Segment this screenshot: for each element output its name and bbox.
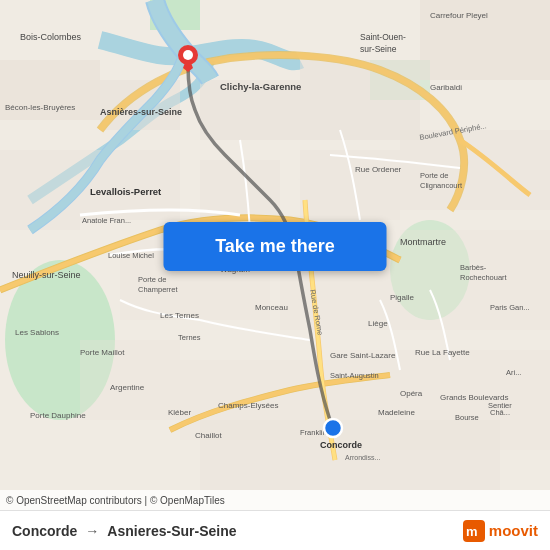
svg-text:Pigalle: Pigalle xyxy=(390,293,415,302)
svg-text:Louise Michel: Louise Michel xyxy=(108,251,154,260)
svg-point-72 xyxy=(183,50,193,60)
svg-text:Montmartre: Montmartre xyxy=(400,237,446,247)
svg-text:Porte Maillot: Porte Maillot xyxy=(80,348,125,357)
svg-text:Kléber: Kléber xyxy=(168,408,191,417)
svg-text:Garibaldi: Garibaldi xyxy=(430,83,462,92)
svg-text:Rochechouart: Rochechouart xyxy=(460,273,508,282)
svg-text:Bécon-les-Bruyères: Bécon-les-Bruyères xyxy=(5,103,75,112)
moovit-text: moovit xyxy=(489,522,538,539)
svg-text:Paris Gan...: Paris Gan... xyxy=(490,303,530,312)
svg-text:sur-Seine: sur-Seine xyxy=(360,44,397,54)
svg-text:Saint-Ouen-: Saint-Ouen- xyxy=(360,32,406,42)
route-arrow-icon: → xyxy=(85,523,99,539)
svg-text:Ari...: Ari... xyxy=(506,368,521,377)
svg-text:Champerret: Champerret xyxy=(138,285,179,294)
moovit-logo-icon: m xyxy=(463,520,485,542)
svg-text:m: m xyxy=(466,524,478,539)
svg-text:Châ...: Châ... xyxy=(490,408,510,417)
bottom-bar: Concorde → Asnieres-Sur-Seine m moovit xyxy=(0,510,550,550)
svg-text:Bois-Colombes: Bois-Colombes xyxy=(20,32,82,42)
moovit-logo: m moovit xyxy=(463,520,538,542)
svg-text:Argentine: Argentine xyxy=(110,383,145,392)
svg-text:Asnières-sur-Seine: Asnières-sur-Seine xyxy=(100,107,182,117)
svg-point-73 xyxy=(324,419,342,437)
svg-text:Neuilly-sur-Seine: Neuilly-sur-Seine xyxy=(12,270,81,280)
svg-text:Porte Dauphine: Porte Dauphine xyxy=(30,411,86,420)
svg-text:Rue Ordener: Rue Ordener xyxy=(355,165,402,174)
svg-text:Arrondiss...: Arrondiss... xyxy=(345,454,380,461)
svg-text:Champs-Elysées: Champs-Elysées xyxy=(218,401,278,410)
svg-text:Bourse: Bourse xyxy=(455,413,479,422)
svg-text:Les Sablons: Les Sablons xyxy=(15,328,59,337)
svg-text:Madeleine: Madeleine xyxy=(378,408,415,417)
svg-text:Opéra: Opéra xyxy=(400,389,423,398)
take-me-there-button[interactable]: Take me there xyxy=(164,222,387,271)
attribution-text: © OpenStreetMap contributors | © OpenMap… xyxy=(6,495,225,506)
svg-rect-14 xyxy=(400,130,550,210)
svg-text:Liège: Liège xyxy=(368,319,388,328)
svg-text:Carrefour Pleyel: Carrefour Pleyel xyxy=(430,11,488,20)
svg-text:Rue La Fayette: Rue La Fayette xyxy=(415,348,470,357)
svg-text:Clichy-la-Garenne: Clichy-la-Garenne xyxy=(220,81,301,92)
svg-text:Les Ternes: Les Ternes xyxy=(160,311,199,320)
svg-text:Anatole Fran...: Anatole Fran... xyxy=(82,216,131,225)
map-container: Bois-Colombes Bécon-les-Bruyères Asnière… xyxy=(0,0,550,490)
svg-text:Chaillot: Chaillot xyxy=(195,431,222,440)
svg-text:Gare Saint-Lazare: Gare Saint-Lazare xyxy=(330,351,396,360)
svg-text:Monceau: Monceau xyxy=(255,303,288,312)
svg-text:Barbès-: Barbès- xyxy=(460,263,487,272)
svg-text:Concorde: Concorde xyxy=(320,440,362,450)
svg-text:Levallois-Perret: Levallois-Perret xyxy=(90,186,162,197)
svg-text:Clignancourt: Clignancourt xyxy=(420,181,463,190)
map-attribution: © OpenStreetMap contributors | © OpenMap… xyxy=(0,490,550,510)
svg-text:Porte de: Porte de xyxy=(420,171,448,180)
route-destination: Asnieres-Sur-Seine xyxy=(107,523,236,539)
svg-text:Porte de: Porte de xyxy=(138,275,166,284)
svg-rect-8 xyxy=(300,60,420,140)
route-origin: Concorde xyxy=(12,523,77,539)
svg-text:Saint-Augustin: Saint-Augustin xyxy=(330,371,379,380)
svg-text:Ternes: Ternes xyxy=(178,333,201,342)
